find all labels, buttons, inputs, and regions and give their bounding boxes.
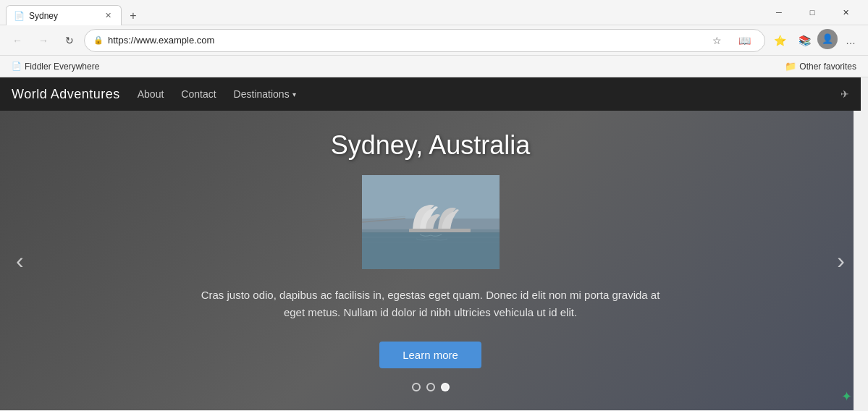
address-bar[interactable]: 🔒 https://www.example.com ☆ 📖 xyxy=(84,29,765,52)
carousel-indicator-2[interactable] xyxy=(441,383,450,391)
site-navbar: World Adventures About Contact Destinati… xyxy=(0,77,861,111)
nav-contact[interactable]: Contact xyxy=(181,88,216,100)
nav-about[interactable]: About xyxy=(138,88,164,100)
close-window-button[interactable]: ✕ xyxy=(829,0,862,25)
carousel: ‹ Sydney, Australia xyxy=(0,111,861,410)
nav-destinations-label: Destinations xyxy=(234,88,290,100)
page-scrollbar[interactable] xyxy=(854,77,861,410)
tab-file-icon: 📄 xyxy=(14,11,25,21)
svg-rect-5 xyxy=(409,229,471,232)
carousel-prev-button[interactable]: ‹ xyxy=(7,236,33,286)
address-text: https://www.example.com xyxy=(108,35,701,46)
webpage: World Adventures About Contact Destinati… xyxy=(0,77,861,410)
carousel-next-button[interactable]: › xyxy=(828,236,854,286)
learn-more-button[interactable]: Learn more xyxy=(379,342,481,368)
bookmarks-bar: 📄 Fiddler Everywhere 📁 Other favorites xyxy=(0,56,868,77)
carousel-indicator-1[interactable] xyxy=(426,383,435,391)
folder-icon: 📁 xyxy=(785,61,796,72)
svg-rect-8 xyxy=(362,232,500,269)
carousel-slide-image xyxy=(362,175,500,269)
tab-title: Sydney xyxy=(29,11,98,21)
compass-icon: ✈ xyxy=(840,88,849,100)
lock-icon: 🔒 xyxy=(93,35,104,45)
refresh-button[interactable]: ↻ xyxy=(58,29,81,52)
other-favorites-label: Other favorites xyxy=(799,62,856,72)
watermark-icon: ✦ xyxy=(841,389,852,404)
other-favorites-bookmark[interactable]: 📁 Other favorites xyxy=(779,59,862,74)
carousel-content: Sydney, Australia xyxy=(177,116,684,406)
browser-titlebar: 📄 Sydney ✕ + ─ □ ✕ xyxy=(0,0,868,25)
favorites-button[interactable]: ⭐ xyxy=(768,29,791,52)
site-brand: World Adventures xyxy=(12,87,120,102)
toolbar-icons: ⭐ 📚 👤 … xyxy=(768,29,862,52)
tab-area: 📄 Sydney ✕ + xyxy=(6,0,752,25)
collections-button[interactable]: 📚 xyxy=(793,29,816,52)
new-tab-button[interactable]: + xyxy=(125,7,142,25)
browser-tab[interactable]: 📄 Sydney ✕ xyxy=(6,5,122,25)
fiddler-bookmark[interactable]: 📄 Fiddler Everywhere xyxy=(6,59,105,74)
forward-button[interactable]: → xyxy=(32,29,55,52)
minimize-button[interactable]: ─ xyxy=(762,0,796,25)
carousel-slide-description: Cras justo odio, dapibus ac facilisis in… xyxy=(192,287,670,321)
carousel-slide-title: Sydney, Australia xyxy=(192,130,670,161)
favorites-star-icon[interactable]: ☆ xyxy=(705,29,728,52)
nav-destinations-dropdown[interactable]: Destinations ▾ xyxy=(234,88,296,100)
carousel-indicator-0[interactable] xyxy=(412,383,421,391)
tab-close-button[interactable]: ✕ xyxy=(102,10,114,22)
maximize-button[interactable]: □ xyxy=(796,0,829,25)
back-button[interactable]: ← xyxy=(6,29,29,52)
settings-button[interactable]: … xyxy=(839,29,862,52)
carousel-indicators xyxy=(192,383,670,391)
fiddler-bookmark-label: Fiddler Everywhere xyxy=(25,62,99,72)
profile-button[interactable]: 👤 xyxy=(817,29,838,49)
dropdown-caret-icon: ▾ xyxy=(292,90,296,98)
read-mode-icon[interactable]: 📖 xyxy=(733,29,756,52)
window-controls: ─ □ ✕ xyxy=(762,0,862,25)
browser-toolbar: ← → ↻ 🔒 https://www.example.com ☆ 📖 ⭐ 📚 … xyxy=(0,25,868,56)
fiddler-icon: 📄 xyxy=(12,62,22,71)
